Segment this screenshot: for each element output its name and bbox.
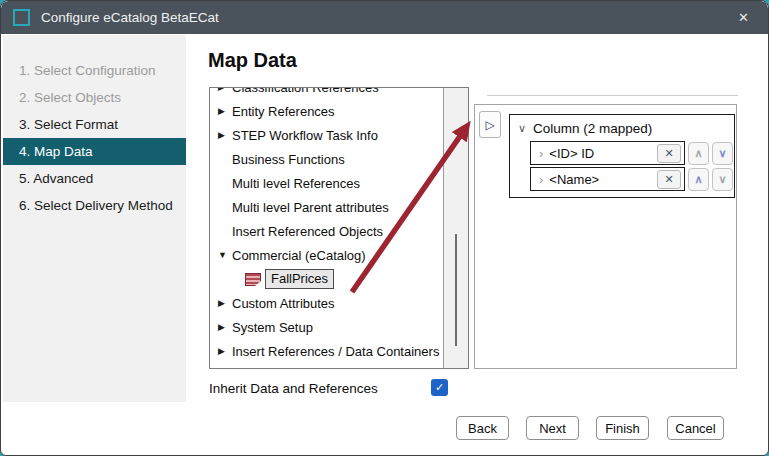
column-group: ∨ Column (2 mapped) ›<ID> ID✕∧∨›<Name>✕∧… xyxy=(509,114,735,198)
tree-item-label: Custom Attributes xyxy=(232,296,335,311)
tree-item-label: Commercial (eCatalog) xyxy=(232,248,366,263)
expander-collapsed-icon[interactable]: ▶ xyxy=(218,322,232,332)
expander-collapsed-icon[interactable]: ▶ xyxy=(218,346,232,356)
tree-scrollbar-thumb[interactable] xyxy=(455,234,457,346)
column-group-label: Column (2 mapped) xyxy=(533,121,652,136)
remove-mapping-button[interactable]: ✕ xyxy=(657,170,681,189)
panel-top-rule xyxy=(487,95,738,96)
play-triangle-icon: ▷ xyxy=(485,118,494,132)
mapped-field-label: <Name> xyxy=(549,172,651,187)
back-button[interactable]: Back xyxy=(456,416,509,440)
sidebar-item-select-format[interactable]: 3. Select Format xyxy=(3,111,186,138)
tree-item-multi-level-references[interactable]: Multi level References xyxy=(218,171,468,195)
mapped-field-name[interactable]: ›<Name>✕ xyxy=(530,167,685,191)
data-tree: ▶Classification References▶Entity Refere… xyxy=(209,87,469,369)
chevron-right-icon: › xyxy=(539,172,543,187)
tree-item-entity-references[interactable]: ▶Entity References xyxy=(218,99,468,123)
expander-collapsed-icon[interactable]: ▶ xyxy=(218,298,232,308)
sidebar-item-select-delivery-method[interactable]: 6. Select Delivery Method xyxy=(3,192,186,219)
chevron-down-icon: ∨ xyxy=(518,122,526,135)
column-group-header[interactable]: ∨ Column (2 mapped) xyxy=(518,117,734,139)
tree-item-label: Multi level References xyxy=(232,176,360,191)
tree-item-label: Insert References / Data Containers xyxy=(232,344,439,359)
tree-item-step-workflow-task-info[interactable]: ▶STEP Workflow Task Info xyxy=(218,123,468,147)
finish-button[interactable]: Finish xyxy=(596,416,649,440)
tree-item-custom-attributes[interactable]: ▶Custom Attributes xyxy=(218,291,468,315)
window-title: Configure eCatalog BetaECat xyxy=(41,10,219,25)
inherit-data-label: Inherit Data and References xyxy=(209,381,378,396)
chevron-right-icon: › xyxy=(539,146,543,161)
expand-panel-button[interactable]: ▷ xyxy=(479,111,501,138)
tree-item-label: Classification References xyxy=(232,87,379,95)
expander-collapsed-icon[interactable]: ▶ xyxy=(218,87,232,92)
tree-item-label: Insert Referenced Objects xyxy=(232,224,383,239)
tree-item-classification-references[interactable]: ▶Classification References xyxy=(218,87,468,99)
title-bar: Configure eCatalog BetaECat ✕ xyxy=(1,1,768,34)
price-table-icon xyxy=(245,273,261,286)
tree-item-fallprices[interactable]: FallPrices xyxy=(218,267,468,291)
move-down-button: ∨ xyxy=(712,168,733,191)
inherit-checkbox[interactable]: ✓ xyxy=(431,379,448,396)
configure-ecatalog-dialog: Configure eCatalog BetaECat ✕ 1. Select … xyxy=(0,0,769,456)
tree-item-label: System Setup xyxy=(232,320,313,335)
tree-item-label: Multi level Parent attributes xyxy=(232,200,389,215)
mapped-field-label: <ID> ID xyxy=(549,146,651,161)
tree-item-label: Business Functions xyxy=(232,152,345,167)
mapped-field-id-id[interactable]: ›<ID> ID✕ xyxy=(530,141,685,165)
sidebar-item-map-data[interactable]: 4. Map Data xyxy=(3,138,186,165)
tree-item-label: STEP Workflow Task Info xyxy=(232,128,378,143)
mapping-panel: ▷ ∨ Column (2 mapped) ›<ID> ID✕∧∨›<Name>… xyxy=(474,104,737,369)
move-down-button[interactable]: ∨ xyxy=(712,142,733,165)
sidebar-item-select-configuration: 1. Select Configuration xyxy=(3,57,186,84)
sidebar-item-advanced[interactable]: 5. Advanced xyxy=(3,165,186,192)
tree-item-multi-level-parent-attributes[interactable]: Multi level Parent attributes xyxy=(218,195,468,219)
sidebar-item-select-objects: 2. Select Objects xyxy=(3,84,186,111)
check-icon: ✓ xyxy=(435,381,444,394)
desktop-background: Configure eCatalog BetaECat ✕ 1. Select … xyxy=(0,0,769,456)
cancel-button[interactable]: Cancel xyxy=(667,416,724,440)
tree-item-insert-references-data-containers[interactable]: ▶Insert References / Data Containers xyxy=(218,339,468,363)
tree-item-system-setup[interactable]: ▶System Setup xyxy=(218,315,468,339)
wizard-steps-sidebar: 1. Select Configuration2. Select Objects… xyxy=(3,35,186,402)
next-button[interactable]: Next xyxy=(526,416,579,440)
tree-item-label: FallPrices xyxy=(265,269,334,289)
move-up-button: ∧ xyxy=(688,142,709,165)
tree-item-insert-referenced-objects[interactable]: Insert Referenced Objects xyxy=(218,219,468,243)
mapped-column-row: ›<ID> ID✕∧∨ xyxy=(530,141,734,165)
expander-expanded-icon[interactable]: ▼ xyxy=(218,250,232,260)
app-icon xyxy=(13,9,30,26)
tree-item-label: Entity References xyxy=(232,104,335,119)
tree-item-commercial-ecatalog[interactable]: ▼Commercial (eCatalog) xyxy=(218,243,468,267)
expander-collapsed-icon[interactable]: ▶ xyxy=(218,106,232,116)
close-icon[interactable]: ✕ xyxy=(731,8,756,27)
page-title: Map Data xyxy=(208,49,297,72)
move-up-button[interactable]: ∧ xyxy=(688,168,709,191)
tree-item-business-functions[interactable]: Business Functions xyxy=(218,147,468,171)
mapped-column-row: ›<Name>✕∧∨ xyxy=(530,167,734,191)
tree-scrollbar[interactable] xyxy=(443,88,468,368)
expander-collapsed-icon[interactable]: ▶ xyxy=(218,130,232,140)
remove-mapping-button[interactable]: ✕ xyxy=(657,144,681,163)
